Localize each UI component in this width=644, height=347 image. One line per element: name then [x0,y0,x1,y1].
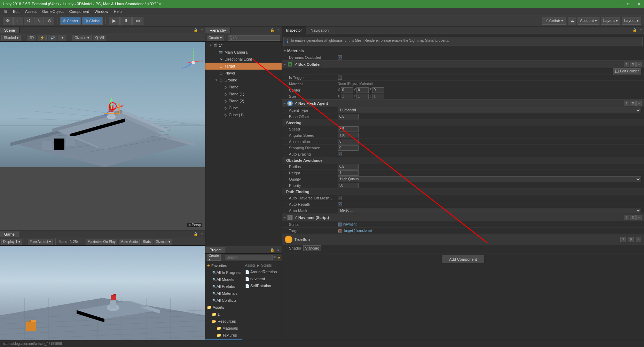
scene-tab[interactable]: Scene [0,27,19,33]
self-rotation-file[interactable]: 📄 SelfRotation [244,282,280,289]
menu-gameobject[interactable]: GameObject [39,9,66,14]
hierarchy-cube1[interactable]: ▸ ◇ Cube (1) [205,111,282,118]
game-view[interactable]: Game 🔒 ≡ Display 1 ▾ Free Aspect ▾ Scale… [0,230,205,347]
auto-repath-checkbox[interactable] [338,202,342,206]
speed-input[interactable] [338,126,359,132]
truesun-info-btn[interactable]: ? [620,237,626,242]
hierarchy-plane[interactable]: ▸ ◇ Plane [205,84,282,90]
resources-folder[interactable]: 📂 Resources [205,318,242,325]
nav-mesh-info-btn[interactable]: ? [624,101,629,106]
hierarchy-plane1[interactable]: ▸ ◇ Plane (1) [205,90,282,97]
navment-menu-btn[interactable]: ≡ [636,215,642,220]
hierarchy-directional-light[interactable]: ▸ ☀ Directional Light [205,56,282,63]
collab-button[interactable]: ✓ Collab ▾ [542,17,566,25]
favorites-folder[interactable]: ★ Favorites [205,262,242,269]
hierarchy-main-camera[interactable]: ▸ 📷 Main Camera [205,49,282,56]
target-ref[interactable]: Target (Transform) [343,229,372,232]
mute-audio[interactable]: Mute Audio [119,239,140,245]
pause-button[interactable]: ⏸ [120,17,132,25]
menu-help[interactable]: Help [111,9,125,14]
project-tab[interactable]: Project [205,247,226,253]
materials-section-header[interactable]: ▾ Materials [282,47,644,54]
all-materials[interactable]: 🔍 All Materials [205,290,242,297]
all-in-progress[interactable]: 🔍 All In Progress [205,269,242,276]
gizmos-game-btn[interactable]: Gizmos ▾ [154,239,172,245]
all-prefabs[interactable]: 🔍 All Prefabs [205,283,242,290]
center-x[interactable] [341,87,353,93]
rotate-tool[interactable]: ↺ [24,17,33,25]
maximize-on-play[interactable]: Maximize On Play [86,239,118,245]
project-menu-icon[interactable]: ≡ [275,246,282,254]
hierarchy-lock-icon[interactable]: 🔒 [269,26,275,34]
radius-input[interactable] [338,164,359,169]
hierarchy-search[interactable] [228,35,280,41]
box-collider-header[interactable]: ▾ ✓ Box Collider ? ⚙ ≡ [282,61,644,68]
effects-toggle[interactable]: ✦ [58,35,66,41]
menu-window[interactable]: Window [92,9,111,14]
acceleration-input[interactable] [338,139,359,144]
scale-tool[interactable]: ⤡ [34,17,44,25]
textures-folder[interactable]: 📁 Textures [205,332,242,339]
nav-mesh-header[interactable]: ▾ 🧭 ✓ Nav Mesh Agent ? ⚙ ≡ [282,100,644,107]
move-tool[interactable]: ↔ [13,17,23,25]
display-dropdown[interactable]: Display 1 ▾ [1,239,22,245]
navment-file[interactable]: 📄 navment [244,275,280,282]
hierarchy-cube[interactable]: ▸ ◇ Cube [205,104,282,111]
gizmos-btn[interactable]: Gizmos ▾ [72,35,92,41]
layers-dropdown[interactable]: Layers ▾ [601,17,620,25]
stats-button[interactable]: Stats [141,239,152,245]
hierarchy-player[interactable]: ▸ ◇ Player [205,70,282,77]
truesun-settings-btn[interactable]: ⚙ [628,237,634,242]
project-lock-icon[interactable]: 🔒 [269,246,275,254]
base-offset-input[interactable] [338,114,359,119]
auto-traverse-checkbox[interactable] [338,196,342,200]
aspect-dropdown[interactable]: Free Aspect ▾ [28,239,53,245]
scene-view[interactable]: Scene 🔒 ≡ Shaded ▾ 2D ⚡ 🔊 ✦ Gizmos ▾ Q+A… [0,26,205,230]
hierarchy-create-btn[interactable]: Create ▾ [207,35,223,41]
navment-settings-btn[interactable]: ⚙ [630,215,636,220]
auto-braking-checkbox[interactable] [338,152,342,156]
project-star-icon[interactable]: ★ [277,254,281,261]
hierarchy-ground[interactable]: ▾ ◇ Ground [205,77,282,84]
gizmos-search[interactable]: Q+All [93,35,107,41]
assets-folder[interactable]: 📁 Assets [205,304,242,311]
scene-root-item[interactable]: ▾ 🎬 1* [205,42,282,49]
menu-file[interactable]: ⊟ [1,8,10,14]
inspector-tab[interactable]: Inspector [282,26,306,34]
inspector-lock-icon[interactable]: 🔒 [631,26,638,34]
project-create-btn[interactable]: Create ▾ [207,254,221,261]
all-models[interactable]: 🔍 All Models [205,276,242,283]
game-canvas[interactable] [0,246,205,347]
dynamic-occluded-checkbox[interactable] [338,55,342,60]
close-button[interactable]: ✕ [634,0,644,8]
shader-value[interactable]: Standard [303,245,321,251]
menu-component[interactable]: Component [66,9,92,14]
game-menu-icon[interactable]: ≡ [199,230,205,238]
scene-canvas[interactable]: Y X Z < Persp [0,42,205,230]
hierarchy-plane2[interactable]: ▸ ◇ Plane (2) [205,97,282,104]
project-search[interactable] [225,255,273,260]
menu-assets[interactable]: Assets [22,9,39,14]
box-collider-settings-btn[interactable]: ⚙ [630,62,636,67]
play-button[interactable]: ▶ [109,17,120,25]
navigation-tab[interactable]: Navigation [306,26,333,34]
box-collider-info-btn[interactable]: ? [624,62,629,67]
center-y[interactable] [356,87,369,93]
account-dropdown[interactable]: Account ▾ [578,17,599,25]
pivot-global-button[interactable]: ◎ Global [82,17,103,25]
priority-input[interactable] [338,183,359,188]
materials-folder[interactable]: 📁 Materials [205,325,242,332]
hierarchy-tab[interactable]: Hierarchy [205,27,230,33]
game-tab[interactable]: Game [0,231,19,237]
hierarchy-target[interactable]: ▸ ◇ Target [205,63,282,70]
nav-mesh-settings-btn[interactable]: ⚙ [630,101,636,106]
center-z[interactable] [372,87,384,93]
project-eye-icon[interactable]: 👁 [273,254,277,261]
height-input[interactable] [338,170,359,176]
hand-tool[interactable]: ✥ [3,17,13,25]
truesun-row[interactable]: TrueSun ? ⚙ ≡ [282,234,644,245]
stopping-distance-input[interactable] [338,145,359,151]
box-collider-menu-btn[interactable]: ≡ [636,62,642,67]
quality-select[interactable]: High Quality [338,176,641,182]
agent-type-select[interactable]: Humanoid [338,108,641,113]
